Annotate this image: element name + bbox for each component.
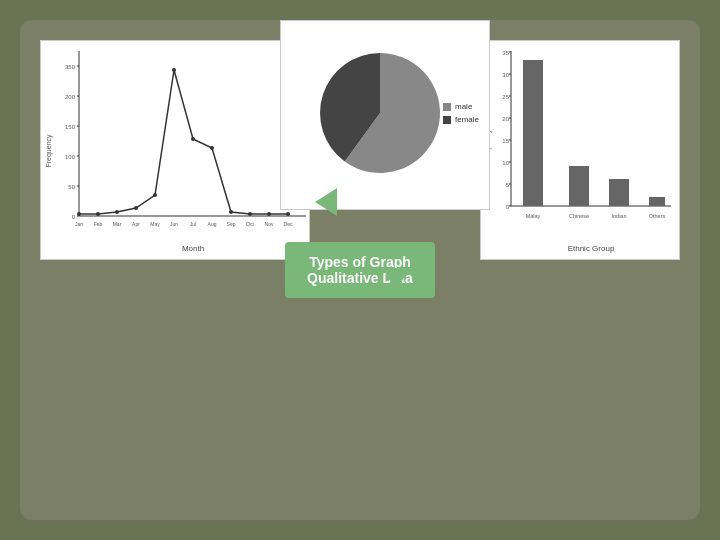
svg-text:Frequency: Frequency — [45, 134, 53, 168]
legend-female: female — [455, 115, 479, 124]
svg-point-26 — [286, 212, 290, 216]
svg-point-23 — [229, 210, 233, 214]
svg-point-18 — [134, 206, 138, 210]
svg-text:Malay: Malay — [526, 213, 541, 219]
svg-point-22 — [210, 146, 214, 150]
svg-text:30: 30 — [502, 72, 509, 78]
svg-text:Others: Others — [649, 213, 666, 219]
svg-text:50: 50 — [68, 184, 75, 190]
svg-text:Indian: Indian — [612, 213, 627, 219]
svg-text:10: 10 — [502, 160, 509, 166]
svg-point-25 — [267, 212, 271, 216]
svg-text:0: 0 — [506, 204, 510, 210]
line-chart: Frequency 0 50 100 150 200 350 — [40, 40, 310, 260]
svg-text:Jul: Jul — [190, 221, 196, 227]
svg-text:Chinese: Chinese — [569, 213, 589, 219]
svg-text:35: 35 — [502, 50, 509, 56]
svg-text:Oct: Oct — [246, 221, 254, 227]
legend-male: male — [455, 102, 472, 111]
svg-rect-59 — [523, 60, 543, 206]
svg-text:25: 25 — [502, 94, 509, 100]
svg-text:Feb: Feb — [94, 221, 103, 227]
pie-chart: male female — [280, 20, 490, 210]
svg-rect-62 — [649, 197, 665, 206]
svg-text:0: 0 — [72, 214, 76, 220]
svg-text:Jun: Jun — [170, 221, 178, 227]
pie-legend: male female — [443, 102, 479, 128]
svg-text:Ethnic Group: Ethnic Group — [568, 244, 615, 253]
svg-text:100: 100 — [65, 154, 76, 160]
svg-point-21 — [191, 137, 195, 141]
svg-text:Mar: Mar — [113, 221, 122, 227]
svg-point-24 — [248, 212, 252, 216]
center-label: Types of Graph Qualitative Data — [285, 242, 435, 298]
slide-container: Frequency 0 50 100 150 200 350 — [20, 20, 700, 520]
svg-text:Apr: Apr — [132, 221, 140, 227]
svg-text:150: 150 — [65, 124, 76, 130]
svg-point-16 — [96, 212, 100, 216]
svg-text:Nov: Nov — [265, 221, 274, 227]
svg-text:Sep: Sep — [227, 221, 236, 227]
svg-point-19 — [153, 193, 157, 197]
svg-text:Aug: Aug — [208, 221, 217, 227]
svg-text:350: 350 — [65, 64, 76, 70]
bar-chart: Frequency 0 5 10 15 20 25 30 35 — [480, 40, 680, 260]
down-arrow-icon — [382, 268, 410, 290]
svg-text:Month: Month — [182, 244, 204, 253]
svg-rect-61 — [609, 179, 629, 206]
svg-text:Dec: Dec — [284, 221, 293, 227]
svg-text:200: 200 — [65, 94, 76, 100]
svg-text:20: 20 — [502, 116, 509, 122]
svg-text:5: 5 — [506, 182, 510, 188]
svg-text:15: 15 — [502, 138, 509, 144]
svg-rect-60 — [569, 166, 589, 206]
svg-point-15 — [77, 212, 81, 216]
left-arrow-icon — [315, 188, 337, 216]
svg-text:May: May — [150, 221, 160, 227]
svg-text:Jan: Jan — [75, 221, 83, 227]
svg-point-17 — [115, 210, 119, 214]
svg-point-20 — [172, 68, 176, 72]
